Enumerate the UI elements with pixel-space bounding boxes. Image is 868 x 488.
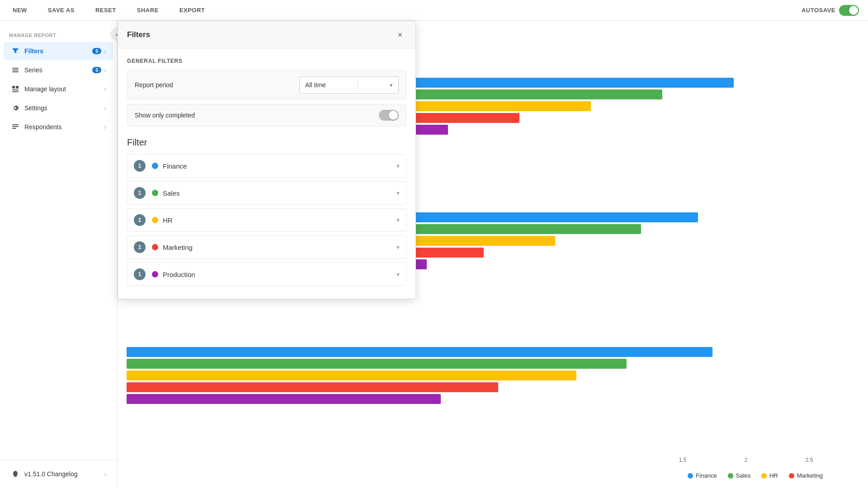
series-label: Series xyxy=(24,66,92,74)
bar-group-2 xyxy=(127,347,841,404)
filters-label: Filters xyxy=(24,47,92,55)
filter-item-chevron-hr: ▾ xyxy=(396,216,400,224)
filter-item-label-hr: HR xyxy=(163,216,396,224)
filter-item-badge-hr: 1 xyxy=(134,214,146,226)
respondents-label: Respondents xyxy=(24,123,104,131)
respondents-icon xyxy=(11,122,20,131)
general-filters-label: GENERAL FILTERS xyxy=(127,58,406,64)
sidebar-item-manage-layout[interactable]: Manage layout › xyxy=(4,80,113,98)
filter-item-finance[interactable]: 1 Finance ▾ xyxy=(127,154,406,178)
chart-legend: Finance Sales HR Marketing xyxy=(688,472,823,479)
legend-label-hr: HR xyxy=(769,472,778,479)
changelog-label: v1.51.0 Changelog xyxy=(24,470,104,478)
filter-item-dot-hr xyxy=(152,217,158,223)
sidebar-item-changelog[interactable]: v1.51.0 Changelog › xyxy=(4,465,113,483)
filter-panel-header: Filters × xyxy=(118,21,415,49)
autosave-label: AUTOSAVE xyxy=(802,7,835,14)
layout-icon xyxy=(11,84,20,94)
series-icon xyxy=(11,66,20,75)
report-period-value: All time xyxy=(305,81,326,89)
filter-item-badge-production: 1 xyxy=(134,268,146,280)
svg-rect-5 xyxy=(12,89,19,90)
new-button[interactable]: NEW xyxy=(9,5,31,15)
filter-item-badge-finance: 1 xyxy=(134,160,146,172)
legend-label-sales: Sales xyxy=(736,472,751,479)
filter-panel-close-button[interactable]: × xyxy=(394,28,406,41)
save-as-button[interactable]: SAVE AS xyxy=(44,5,78,15)
filter-item-dot-production xyxy=(152,271,158,277)
autosave-area: AUTOSAVE xyxy=(802,5,859,16)
sidebar-item-settings[interactable]: Settings › xyxy=(4,99,113,117)
svg-rect-9 xyxy=(12,128,16,129)
filter-item-label-finance: Finance xyxy=(163,162,396,170)
divider xyxy=(358,80,358,89)
filter-panel-body: GENERAL FILTERS Report period All time ▾… xyxy=(118,49,415,299)
settings-label: Settings xyxy=(24,104,104,112)
report-period-select[interactable]: All time ▾ xyxy=(299,76,399,94)
filter-panel-title: Filters xyxy=(127,30,150,39)
filter-item-marketing[interactable]: 1 Marketing ▾ xyxy=(127,235,406,259)
bar-group-2-bar-3 xyxy=(127,382,498,392)
filter-item-dot-marketing xyxy=(152,244,158,250)
show-only-completed-label: Show only completed xyxy=(135,112,379,119)
legend-item-marketing: Marketing xyxy=(789,472,823,479)
report-period-row: Report period All time ▾ xyxy=(127,70,406,99)
manage-report-label: MANAGE REPORT xyxy=(0,25,117,42)
legend-dot-sales xyxy=(728,473,733,479)
show-only-completed-row: Show only completed xyxy=(127,104,406,127)
svg-rect-1 xyxy=(12,70,19,70)
bar-group-2-bar-2 xyxy=(127,371,576,380)
filters-chevron: › xyxy=(104,47,106,55)
filter-item-label-marketing: Marketing xyxy=(163,244,396,251)
filter-item-production[interactable]: 1 Production ▾ xyxy=(127,263,406,286)
svg-rect-4 xyxy=(16,86,19,89)
filters-badge: 5 xyxy=(92,48,101,54)
autosave-toggle[interactable] xyxy=(839,5,859,16)
x-label-3: 2.5 xyxy=(778,457,841,463)
reset-button[interactable]: RESET xyxy=(92,5,120,15)
sidebar-item-series[interactable]: Series 5 › xyxy=(4,61,113,79)
filter-item-hr[interactable]: 1 HR ▾ xyxy=(127,208,406,232)
share-button[interactable]: SHARE xyxy=(133,5,162,15)
filter-item-chevron-sales: ▾ xyxy=(396,189,400,197)
manage-layout-label: Manage layout xyxy=(24,85,104,93)
legend-dot-finance xyxy=(688,473,693,479)
legend-label-marketing: Marketing xyxy=(797,472,823,479)
legend-dot-marketing xyxy=(789,473,794,479)
svg-rect-8 xyxy=(12,126,19,127)
x-label-1: 1.5 xyxy=(651,457,714,463)
filter-item-label-production: Production xyxy=(163,271,396,278)
respondents-chevron: › xyxy=(104,123,106,131)
filter-item-chevron-marketing: ▾ xyxy=(396,244,400,251)
filter-item-chevron-finance: ▾ xyxy=(396,162,400,169)
filter-item-dot-sales xyxy=(152,190,158,196)
sidebar-bottom: v1.51.0 Changelog › xyxy=(0,460,117,488)
export-button[interactable]: EXPORT xyxy=(176,5,208,15)
series-chevron: › xyxy=(104,66,106,74)
svg-rect-3 xyxy=(12,86,15,89)
legend-item-finance: Finance xyxy=(688,472,717,479)
main-content: « MANAGE REPORT Filters 5 › Series xyxy=(0,21,868,488)
filter-item-sales[interactable]: 1 Sales ▾ xyxy=(127,181,406,205)
filter-items-container: 1 Finance ▾ 1 Sales ▾ 1 HR ▾ 1 Marketing… xyxy=(127,154,406,286)
filter-item-chevron-production: ▾ xyxy=(396,271,400,278)
legend-dot-hr xyxy=(761,473,767,479)
changelog-chevron: › xyxy=(104,470,106,478)
sidebar-item-respondents[interactable]: Respondents › xyxy=(4,118,113,136)
filter-item-badge-marketing: 1 xyxy=(134,241,146,253)
filter-section-title: Filter xyxy=(127,137,406,148)
show-only-completed-toggle[interactable] xyxy=(379,110,399,121)
filter-item-label-sales: Sales xyxy=(163,189,396,197)
x-label-2: 2 xyxy=(714,457,778,463)
rocket-icon xyxy=(11,469,20,479)
sidebar-item-filters[interactable]: Filters 5 › xyxy=(4,42,113,60)
bar-group-2-bar-4 xyxy=(127,394,441,404)
svg-rect-7 xyxy=(12,124,19,125)
filter-item-badge-sales: 1 xyxy=(134,187,146,199)
filter-item-dot-finance xyxy=(152,163,158,169)
sidebar: « MANAGE REPORT Filters 5 › Series xyxy=(0,21,118,488)
svg-rect-6 xyxy=(12,91,19,92)
bar-group-2-bar-1 xyxy=(127,359,627,369)
svg-rect-0 xyxy=(12,68,19,69)
legend-item-sales: Sales xyxy=(728,472,751,479)
